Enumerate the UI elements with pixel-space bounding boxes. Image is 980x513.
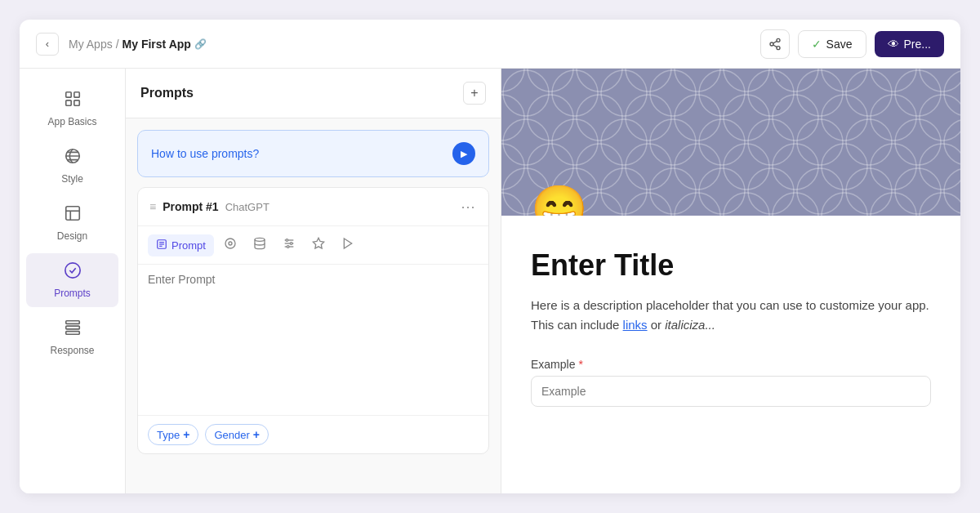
breadcrumb-separator: / <box>116 38 119 51</box>
preview-title: Enter Title <box>531 248 931 283</box>
svg-point-21 <box>229 242 232 245</box>
breadcrumb-prefix: My Apps <box>69 38 113 51</box>
breadcrumb-current: My First App <box>122 38 191 51</box>
sidebar-label-prompts: Prompts <box>54 288 91 299</box>
back-button[interactable]: ‹ <box>36 33 59 56</box>
prompt-name: Prompt #1 <box>163 200 218 213</box>
preview-emoji: 😁 <box>531 186 588 216</box>
svg-marker-29 <box>313 238 323 248</box>
how-to-banner[interactable]: How to use prompts? ▶ <box>137 130 489 177</box>
prompts-icon <box>64 261 82 283</box>
svg-rect-14 <box>65 326 79 329</box>
field-label-text: Example <box>531 358 575 371</box>
panel-content: How to use prompts? ▶ ≡ Prompt #1 ChatGP… <box>126 118 501 466</box>
sidebar-item-app-basics[interactable]: App Basics <box>26 82 118 136</box>
tab-tools[interactable] <box>217 233 243 257</box>
sidebar-label-response: Response <box>50 345 94 356</box>
save-label: Save <box>826 38 853 51</box>
panel-header: Prompts + <box>126 69 501 118</box>
svg-rect-5 <box>65 92 70 97</box>
prompt-model: ChatGPT <box>225 201 270 213</box>
middle-panel: Prompts + How to use prompts? ▶ ≡ <box>126 69 501 493</box>
tab-prompt-label: Prompt <box>172 239 206 252</box>
check-icon: ✓ <box>812 38 822 51</box>
svg-line-4 <box>773 41 777 43</box>
svg-point-20 <box>225 239 235 248</box>
drag-handle-icon[interactable]: ≡ <box>149 200 156 213</box>
sidebar: App Basics Style Design <box>20 69 126 493</box>
response-icon <box>64 319 82 341</box>
tab-star[interactable] <box>305 233 332 257</box>
tab-run[interactable] <box>335 233 361 257</box>
svg-rect-7 <box>65 100 70 105</box>
play-button[interactable]: ▶ <box>452 142 475 165</box>
svg-rect-6 <box>74 92 78 97</box>
variable-gender-add-icon: + <box>253 428 260 441</box>
prompt-card-header: ≡ Prompt #1 ChatGPT ⋯ <box>138 188 488 226</box>
variables-row: Type + Gender + <box>138 416 488 453</box>
prompt-card-left: ≡ Prompt #1 ChatGPT <box>149 200 270 213</box>
link-icon: 🔗 <box>194 38 207 50</box>
sidebar-label-design: Design <box>57 230 87 242</box>
preview-field-label: Example * <box>531 358 931 371</box>
svg-line-3 <box>773 45 777 47</box>
how-to-text: How to use prompts? <box>151 147 259 160</box>
share-icon <box>768 38 782 51</box>
design-icon <box>64 204 82 226</box>
breadcrumb: My Apps / My First App 🔗 <box>69 38 207 51</box>
svg-rect-10 <box>65 207 79 221</box>
description-link[interactable]: links <box>623 318 648 332</box>
preview-content: Enter Title Here is a description placeh… <box>501 216 960 426</box>
svg-rect-8 <box>74 100 78 105</box>
share-button[interactable] <box>760 29 790 59</box>
variable-gender-label: Gender <box>214 429 249 441</box>
prompt-textarea[interactable] <box>148 273 479 404</box>
description-italic: italiciza... <box>665 318 715 332</box>
tab-prompt[interactable]: Prompt <box>148 234 214 256</box>
style-icon <box>64 147 82 169</box>
sidebar-label-app-basics: App Basics <box>47 116 96 127</box>
svg-rect-13 <box>65 321 79 324</box>
preview-panel: 😁 Enter Title Here is a description plac… <box>501 69 960 493</box>
svg-point-27 <box>290 243 292 245</box>
sidebar-item-style[interactable]: Style <box>26 139 118 193</box>
variable-gender-chip[interactable]: Gender + <box>205 424 269 445</box>
sidebar-item-response[interactable]: Response <box>26 310 118 364</box>
prompt-textarea-wrap <box>138 265 488 416</box>
svg-marker-30 <box>344 239 351 248</box>
svg-point-26 <box>286 239 288 242</box>
sidebar-item-design[interactable]: Design <box>26 196 118 250</box>
eye-icon: 👁 <box>888 38 899 51</box>
panel-title: Prompts <box>140 86 194 100</box>
svg-rect-15 <box>65 332 79 335</box>
prompt-card-1: ≡ Prompt #1 ChatGPT ⋯ <box>137 187 489 454</box>
tab-settings[interactable] <box>276 233 302 257</box>
app-basics-icon <box>64 90 82 112</box>
sidebar-label-style: Style <box>61 173 83 185</box>
header-right: ✓ Save 👁 Pre... <box>760 29 944 59</box>
sidebar-item-prompts[interactable]: Prompts <box>26 253 118 307</box>
preview-label: Pre... <box>904 38 931 51</box>
svg-point-22 <box>255 238 265 241</box>
more-options-button[interactable]: ⋯ <box>461 198 477 216</box>
variable-type-label: Type <box>157 429 180 441</box>
body: App Basics Style Design <box>20 69 960 493</box>
save-button[interactable]: ✓ Save <box>798 30 866 58</box>
preview-button[interactable]: 👁 Pre... <box>875 31 944 57</box>
header-left: ‹ My Apps / My First App 🔗 <box>36 33 207 56</box>
prompt-tab-icon <box>156 239 167 252</box>
prompt-tabs: Prompt <box>138 226 488 265</box>
variable-type-add-icon: + <box>183 428 189 441</box>
tab-memory[interactable] <box>247 233 273 257</box>
header: ‹ My Apps / My First App 🔗 ✓ <box>20 20 960 69</box>
preview-description: Here is a description placeholder that y… <box>531 296 931 335</box>
add-prompt-button[interactable]: + <box>463 82 486 105</box>
variable-type-chip[interactable]: Type + <box>148 424 198 445</box>
preview-field-input[interactable] <box>531 376 931 407</box>
field-required-marker: * <box>578 358 582 371</box>
svg-point-28 <box>287 246 289 248</box>
preview-banner: 😁 <box>501 69 960 216</box>
